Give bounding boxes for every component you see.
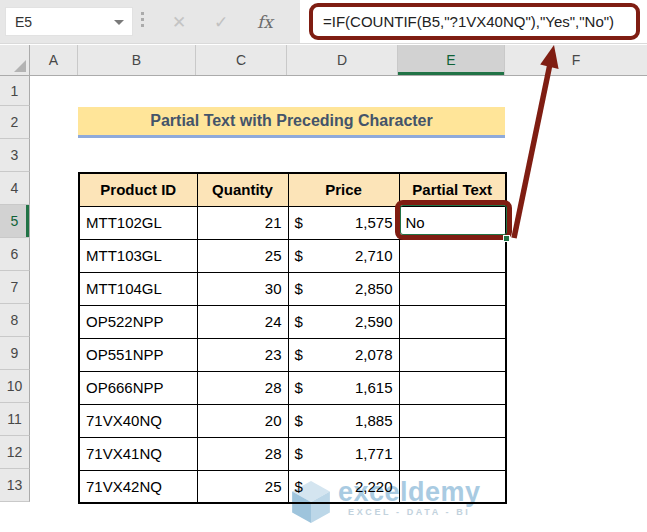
cell-quantity[interactable]: 20 [197, 404, 288, 437]
separator-dot [141, 24, 144, 27]
cell-partial-text[interactable] [399, 404, 506, 437]
header-price[interactable]: Price [288, 173, 399, 206]
price-value: 2,220 [355, 478, 393, 495]
price-value: 1,771 [355, 445, 393, 462]
cell-price[interactable]: $2,220 [288, 470, 399, 503]
currency-symbol: $ [295, 379, 303, 396]
row-header-10[interactable]: 10 [0, 370, 30, 403]
row-header-1[interactable]: 1 [0, 76, 30, 106]
row-header-6[interactable]: 6 [0, 238, 30, 271]
title-banner-cell[interactable]: Partial Text with Preceding Character [78, 107, 505, 138]
enter-icon[interactable]: ✓ [204, 8, 238, 36]
currency-symbol: $ [295, 346, 303, 363]
fill-handle[interactable] [503, 235, 510, 242]
name-box-dropdown-icon[interactable] [114, 20, 124, 25]
cell-price[interactable]: $1,885 [288, 404, 399, 437]
currency-symbol: $ [295, 445, 303, 462]
table-row: MTT103GL 25 $2,710 [79, 239, 506, 272]
row-header-column: 1 2 3 4 5 6 7 8 9 10 11 12 13 [0, 76, 30, 502]
row-header-12[interactable]: 12 [0, 436, 30, 469]
cell-price[interactable]: $1,771 [288, 437, 399, 470]
cancel-icon[interactable]: ✕ [162, 8, 196, 36]
excel-window: E5 ✕ ✓ fx =IF(COUNTIF(B5,"?1VX40NQ"),"Ye… [0, 0, 647, 532]
cell-product-id[interactable]: OP522NPP [79, 305, 197, 338]
table-row: OP551NPP 23 $2,078 [79, 338, 506, 371]
cell-product-id[interactable]: MTT103GL [79, 239, 197, 272]
row-header-7[interactable]: 7 [0, 271, 30, 304]
cell-quantity[interactable]: 23 [197, 338, 288, 371]
cell-product-id[interactable]: 71VX41NQ [79, 437, 197, 470]
row-header-9[interactable]: 9 [0, 337, 30, 370]
cell-quantity[interactable]: 28 [197, 371, 288, 404]
select-all-button[interactable] [0, 45, 30, 75]
price-value: 2,850 [355, 280, 393, 297]
cell-quantity[interactable]: 21 [197, 206, 288, 239]
insert-function-icon[interactable]: fx [248, 8, 282, 36]
column-header-a[interactable]: A [30, 45, 78, 75]
name-box[interactable]: E5 [5, 7, 133, 36]
row-header-2[interactable]: 2 [0, 106, 30, 139]
cell-partial-text[interactable] [399, 371, 506, 404]
currency-symbol: $ [295, 280, 303, 297]
header-quantity[interactable]: Quantity [197, 173, 288, 206]
cell-quantity[interactable]: 25 [197, 239, 288, 272]
cell-price[interactable]: $2,078 [288, 338, 399, 371]
cell-partial-text[interactable] [399, 470, 506, 503]
watermark-tagline: EXCEL - DATA - BI [348, 507, 470, 517]
price-value: 2,710 [355, 247, 393, 264]
row-header-3[interactable]: 3 [0, 139, 30, 172]
cell-partial-text-e5[interactable]: No [399, 206, 506, 239]
row-header-5-selected[interactable]: 5 [0, 205, 30, 238]
cell-partial-text[interactable] [399, 338, 506, 371]
table-row: 71VX40NQ 20 $1,885 [79, 404, 506, 437]
cell-product-id[interactable]: OP666NPP [79, 371, 197, 404]
cell-partial-text[interactable] [399, 272, 506, 305]
separator-dot [141, 12, 144, 15]
price-value: 1,615 [355, 379, 393, 396]
separator-dot [141, 18, 144, 21]
cell-partial-text[interactable] [399, 239, 506, 272]
row-header-11[interactable]: 11 [0, 403, 30, 436]
table-row: OP522NPP 24 $2,590 [79, 305, 506, 338]
cell-price[interactable]: $2,710 [288, 239, 399, 272]
header-partial-text[interactable]: Partial Text [399, 173, 506, 206]
currency-symbol: $ [295, 313, 303, 330]
cell-price[interactable]: $1,575 [288, 206, 399, 239]
price-value: 1,885 [355, 412, 393, 429]
table-row: MTT102GL 21 $1,575 No [79, 206, 506, 239]
formula-bar: E5 ✕ ✓ fx =IF(COUNTIF(B5,"?1VX40NQ"),"Ye… [0, 0, 647, 44]
cell-quantity[interactable]: 28 [197, 437, 288, 470]
row-header-8[interactable]: 8 [0, 304, 30, 337]
column-header-f[interactable]: F [505, 45, 647, 75]
cell-product-id[interactable]: 71VX40NQ [79, 404, 197, 437]
name-box-value: E5 [15, 14, 32, 30]
header-product-id[interactable]: Product ID [79, 173, 197, 206]
cell-product-id[interactable]: 71VX42NQ [79, 470, 197, 503]
currency-symbol: $ [295, 247, 303, 264]
formula-bar-separator[interactable] [141, 12, 144, 27]
column-header-e-selected[interactable]: E [398, 45, 505, 75]
cell-product-id[interactable]: MTT104GL [79, 272, 197, 305]
page-title: Partial Text with Preceding Character [150, 112, 432, 130]
column-header-row: A B C D E F [0, 45, 647, 76]
row-header-4[interactable]: 4 [0, 172, 30, 205]
currency-symbol: $ [295, 214, 303, 231]
cell-price[interactable]: $2,850 [288, 272, 399, 305]
column-header-c[interactable]: C [196, 45, 287, 75]
column-header-d[interactable]: D [287, 45, 398, 75]
cell-product-id[interactable]: OP551NPP [79, 338, 197, 371]
cell-partial-text[interactable] [399, 437, 506, 470]
column-header-b[interactable]: B [78, 45, 196, 75]
table-header-row: Product ID Quantity Price Partial Text [79, 173, 506, 206]
row-header-13[interactable]: 13 [0, 469, 30, 502]
currency-symbol: $ [295, 412, 303, 429]
cell-quantity[interactable]: 30 [197, 272, 288, 305]
cell-quantity[interactable]: 25 [197, 470, 288, 503]
price-value: 2,590 [355, 313, 393, 330]
cell-product-id[interactable]: MTT102GL [79, 206, 197, 239]
cell-price[interactable]: $1,615 [288, 371, 399, 404]
cell-price[interactable]: $2,590 [288, 305, 399, 338]
formula-input[interactable]: =IF(COUNTIF(B5,"?1VX40NQ"),"Yes","No") [300, 0, 647, 43]
cell-quantity[interactable]: 24 [197, 305, 288, 338]
cell-partial-text[interactable] [399, 305, 506, 338]
